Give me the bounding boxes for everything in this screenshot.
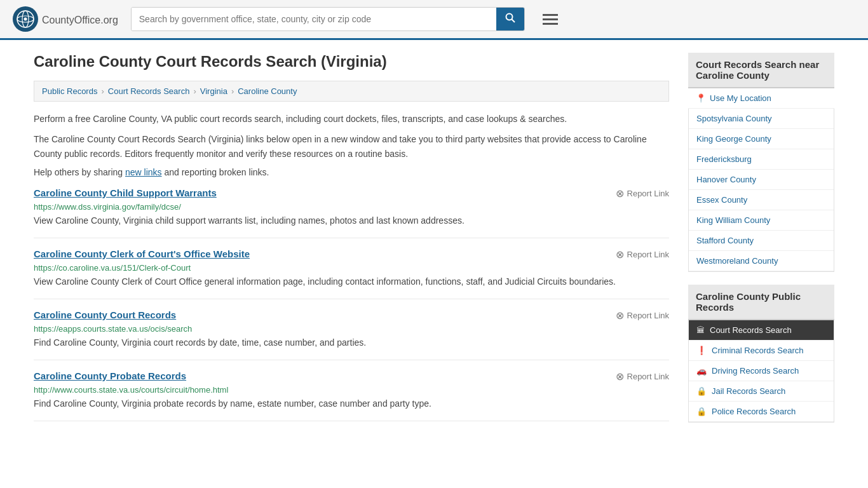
- public-records-section: Caroline County Public Records 🏛 Court R…: [688, 285, 834, 423]
- public-record-icon: 🚗: [696, 366, 707, 376]
- resource-title-link[interactable]: Caroline County Court Records: [34, 309, 176, 320]
- report-icon: ⊗: [616, 370, 624, 383]
- public-record-link[interactable]: ❗ Criminal Records Search: [689, 341, 834, 360]
- nearby-county-link[interactable]: Fredericksburg: [689, 149, 834, 169]
- public-record-label: Driving Records Search: [712, 366, 799, 376]
- public-record-link[interactable]: 🔒 Jail Records Search: [689, 381, 834, 401]
- content-area: Caroline County Court Records Search (Vi…: [34, 53, 669, 435]
- report-icon: ⊗: [616, 187, 624, 200]
- resource-url: https://eapps.courts.state.va.us/ocis/se…: [34, 324, 669, 334]
- breadcrumb-sep-3: ›: [231, 86, 234, 96]
- public-record-link[interactable]: 🏛 Court Records Search: [689, 320, 834, 340]
- public-record-item: 🔒 Police Records Search: [689, 402, 834, 422]
- menu-bar-3: [543, 23, 558, 25]
- nearby-county-link[interactable]: Stafford County: [689, 231, 834, 250]
- breadcrumb-public-records[interactable]: Public Records: [42, 86, 97, 96]
- report-link-button[interactable]: ⊗ Report Link: [616, 370, 669, 383]
- search-input[interactable]: [132, 8, 496, 30]
- report-link-button[interactable]: ⊗ Report Link: [616, 187, 669, 200]
- location-pin-icon: 📍: [696, 93, 706, 103]
- public-record-icon: ❗: [696, 346, 707, 355]
- nearby-county-link[interactable]: King George County: [689, 129, 834, 149]
- public-record-link[interactable]: 🔒 Police Records Search: [689, 402, 834, 421]
- nearby-county-link[interactable]: Spotsylvania County: [689, 109, 834, 128]
- public-record-item: 🚗 Driving Records Search: [689, 361, 834, 381]
- resource-item: Caroline County Child Support Warrants ⊗…: [34, 177, 669, 238]
- logo-link[interactable]: CountyOffice.org: [13, 6, 118, 32]
- public-record-item: ❗ Criminal Records Search: [689, 341, 834, 361]
- svg-point-4: [506, 14, 512, 20]
- header: CountyOffice.org: [0, 0, 868, 40]
- breadcrumb: Public Records › Court Records Search › …: [34, 81, 669, 102]
- nearby-county-link[interactable]: Westmoreland County: [689, 251, 834, 271]
- resource-url: https://co.caroline.va.us/151/Clerk-of-C…: [34, 263, 669, 273]
- report-link-label: Report Link: [627, 189, 669, 198]
- public-record-label: Police Records Search: [712, 407, 796, 416]
- resource-description: View Caroline County, Virginia child sup…: [34, 214, 669, 227]
- report-icon: ⊗: [616, 309, 624, 322]
- public-record-link[interactable]: 🚗 Driving Records Search: [689, 361, 834, 381]
- resource-title-row: Caroline County Clerk of Court's Office …: [34, 248, 669, 261]
- nearby-section: Court Records Search near Caroline Count…: [688, 53, 834, 272]
- nearby-county-item: Westmoreland County: [689, 251, 834, 271]
- resource-title-link[interactable]: Caroline County Child Support Warrants: [34, 187, 217, 198]
- breadcrumb-virginia[interactable]: Virginia: [200, 86, 227, 96]
- resource-url: https://www.dss.virginia.gov/family/dcse…: [34, 202, 669, 212]
- resource-title-row: Caroline County Probate Records ⊗ Report…: [34, 370, 669, 383]
- public-records-list: 🏛 Court Records Search ❗ Criminal Record…: [688, 320, 834, 423]
- public-record-icon: 🔒: [696, 386, 707, 396]
- resource-title-link[interactable]: Caroline County Probate Records: [34, 370, 186, 381]
- resource-item: Caroline County Clerk of Court's Office …: [34, 238, 669, 299]
- resource-description: Find Caroline County, Virginia court rec…: [34, 336, 669, 349]
- resource-description: Find Caroline County, Virginia probate r…: [34, 397, 669, 410]
- resource-title-link[interactable]: Caroline County Clerk of Court's Office …: [34, 248, 250, 259]
- breadcrumb-sep-1: ›: [101, 86, 104, 96]
- report-link-button[interactable]: ⊗ Report Link: [616, 309, 669, 322]
- nearby-county-item: Spotsylvania County: [689, 109, 834, 129]
- report-link-button[interactable]: ⊗ Report Link: [616, 248, 669, 261]
- resource-title-row: Caroline County Court Records ⊗ Report L…: [34, 309, 669, 322]
- report-link-label: Report Link: [627, 372, 669, 381]
- nearby-county-item: Essex County: [689, 190, 834, 210]
- breadcrumb-sep-2: ›: [193, 86, 196, 96]
- main-container: Caroline County Court Records Search (Vi…: [21, 40, 847, 448]
- nearby-county-link[interactable]: King William County: [689, 210, 834, 230]
- nearby-county-item: Hanover County: [689, 170, 834, 190]
- report-link-label: Report Link: [627, 311, 669, 320]
- public-record-icon: 🏛: [696, 325, 705, 335]
- search-button[interactable]: [496, 8, 524, 30]
- nearby-county-link[interactable]: Hanover County: [689, 170, 834, 189]
- resource-description: View Caroline County Clerk of Court Offi…: [34, 275, 669, 288]
- report-link-label: Report Link: [627, 250, 669, 259]
- search-bar: [131, 7, 525, 31]
- public-records-header: Caroline County Public Records: [688, 285, 834, 320]
- svg-line-5: [512, 20, 515, 23]
- public-record-label: Criminal Records Search: [712, 346, 804, 355]
- breadcrumb-court-records-search[interactable]: Court Records Search: [108, 86, 190, 96]
- public-record-label: Court Records Search: [710, 325, 792, 335]
- resource-item: Caroline County Probate Records ⊗ Report…: [34, 360, 669, 421]
- use-location[interactable]: 📍 Use My Location: [688, 88, 834, 109]
- public-record-icon: 🔒: [696, 407, 707, 416]
- resource-title-row: Caroline County Child Support Warrants ⊗…: [34, 187, 669, 200]
- report-icon: ⊗: [616, 248, 624, 261]
- sidebar: Court Records Search near Caroline Count…: [688, 53, 834, 435]
- svg-point-3: [24, 18, 27, 21]
- menu-button[interactable]: [538, 11, 563, 27]
- logo-icon: [13, 6, 38, 32]
- menu-bar-2: [543, 18, 558, 20]
- page-title: Caroline County Court Records Search (Vi…: [34, 53, 669, 71]
- resources-container: Caroline County Child Support Warrants ⊗…: [34, 177, 669, 421]
- public-record-item: 🔒 Jail Records Search: [689, 381, 834, 402]
- resource-item: Caroline County Court Records ⊗ Report L…: [34, 299, 669, 360]
- help-text: Help others by sharing new links and rep…: [34, 167, 669, 177]
- public-record-label: Jail Records Search: [712, 386, 785, 396]
- breadcrumb-caroline-county[interactable]: Caroline County: [238, 86, 297, 96]
- nearby-county-list: Spotsylvania CountyKing George CountyFre…: [688, 109, 834, 272]
- logo-text: CountyOffice.org: [42, 12, 118, 27]
- new-links-link[interactable]: new links: [125, 167, 162, 177]
- nearby-county-link[interactable]: Essex County: [689, 190, 834, 210]
- nearby-county-item: Stafford County: [689, 231, 834, 251]
- nearby-county-item: Fredericksburg: [689, 149, 834, 170]
- public-record-item: 🏛 Court Records Search: [689, 320, 834, 341]
